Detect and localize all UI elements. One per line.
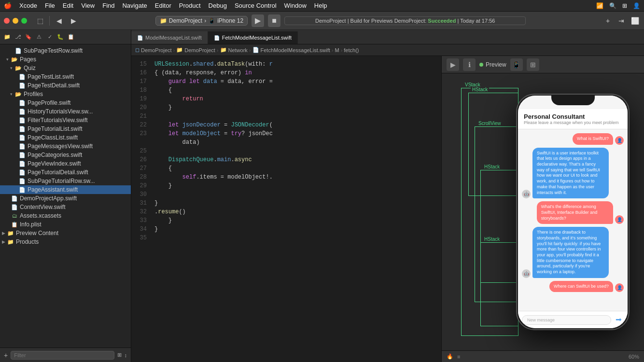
tree-item-pagecategories[interactable]: 📄 PageCategories.swift	[0, 151, 131, 159]
swift-file-icon: 📄	[14, 47, 22, 55]
swift-file-icon: 📄	[18, 134, 26, 141]
tree-item-contentview[interactable]: 📄 ContentView.swift	[0, 203, 131, 211]
filter-options-icon[interactable]: ⊞	[117, 352, 122, 358]
breadcrumb-folder-icon: 📁	[176, 47, 183, 53]
menu-source-control[interactable]: Source Control	[235, 2, 277, 9]
menu-file[interactable]: File	[45, 2, 55, 9]
tree-item-historytutorials[interactable]: 📄 HistoryTutorialsView.sw...	[0, 107, 131, 116]
sidebar-toggle-btn[interactable]: ⬚	[35, 15, 45, 26]
plus-icon[interactable]: +	[4, 351, 8, 359]
toolbar-center: 📁 DemoProject › 📱 iPhone 12 ▶ ■ DemoProj…	[83, 14, 599, 27]
control-center-icon[interactable]: ⊞	[622, 2, 627, 9]
message-input[interactable]: New message	[522, 315, 611, 325]
tree-item-subpagetutorialrow[interactable]: 📄 SubPageTutorialRow.sw...	[0, 177, 131, 185]
tree-item-pageassistant[interactable]: 📄 PageAssistant.swift	[0, 185, 131, 194]
tree-item-infoplist[interactable]: 📋 Info.plist	[0, 220, 131, 229]
tree-item-pagetutorialdetail[interactable]: 📄 PageTutorialDetail.swift	[0, 168, 131, 177]
tree-item-pagetestlist[interactable]: 📄 PageTestList.swift	[0, 72, 131, 81]
maximize-button[interactable]	[21, 18, 27, 24]
tree-item-pages[interactable]: ▾ 📂 Pages	[0, 55, 131, 64]
sort-icon[interactable]: ↕	[125, 352, 127, 358]
user-avatar[interactable]: 👤	[633, 2, 640, 9]
editor-pane: 15 16 17 18 19 20 21 22 23 25 26 27 28 2…	[131, 56, 644, 362]
breadcrumb-item-demoproject[interactable]: DemoProject	[184, 47, 215, 53]
stop-button[interactable]: ■	[268, 14, 280, 27]
add-btn[interactable]: +	[602, 15, 613, 26]
tree-item-pageclasslist[interactable]: 📄 PageClassList.swift	[0, 133, 131, 142]
folder-icon-btn[interactable]: 📁	[3, 33, 12, 42]
vcs-icon-btn[interactable]: ⎇	[14, 33, 22, 42]
menu-view[interactable]: View	[81, 2, 95, 9]
inspect-btn[interactable]: ⊞	[527, 58, 539, 71]
play-preview-btn[interactable]: ▶	[447, 58, 459, 71]
device-preview-btn[interactable]: 📱	[510, 58, 523, 71]
tree-item-quiz[interactable]: ▾ 📂 Quiz	[0, 64, 131, 72]
menu-edit[interactable]: Edit	[63, 2, 73, 9]
back-btn[interactable]: ◀	[54, 15, 64, 26]
tab-modelmessagelist[interactable]: 📄 ModelMessageList.swift	[131, 31, 208, 44]
tab-fetchmodelmessagelist[interactable]: 📄 FetchModelMessageList.swift	[208, 31, 298, 44]
message-row: 👤 Where can SwiftUI be used?	[522, 281, 624, 292]
phone-mockup: Personal Consultant Please leave a messa…	[516, 94, 630, 330]
menu-help[interactable]: Help	[314, 2, 327, 9]
minimize-button[interactable]	[13, 18, 18, 24]
breadcrumb-item-network[interactable]: Network	[228, 47, 248, 53]
menu-editor[interactable]: Editor	[155, 2, 171, 9]
message-row: 👤 What is SwiftUI?	[522, 133, 624, 145]
wifi-icon[interactable]: 📶	[596, 2, 603, 9]
tree-item-pageprofile[interactable]: 📄 PageProfile.swift	[0, 98, 131, 107]
hstack3-annotation-box: HStack	[480, 242, 518, 326]
tree-item-pagemessages[interactable]: 📄 PageMessagesView.swift	[0, 142, 131, 151]
menu-find[interactable]: Find	[102, 2, 114, 9]
separator	[49, 16, 50, 26]
send-button[interactable]: ⮕	[614, 315, 624, 325]
tab-bar: 📄 ModelMessageList.swift 📄 FetchModelMes…	[131, 30, 644, 44]
apple-menu[interactable]: 🍎	[4, 2, 12, 9]
run-button[interactable]: ▶	[252, 14, 264, 27]
tree-item-demoprojectapp[interactable]: 📄 DemoProjectApp.swift	[0, 194, 131, 203]
bot-avatar: 🤖	[522, 190, 531, 198]
split-right-btn[interactable]: ⇥	[616, 15, 627, 26]
menu-debug[interactable]: Debug	[209, 2, 227, 9]
breadcrumb-item-M[interactable]: M	[335, 47, 339, 53]
tree-label: PageClassList.swift	[28, 134, 78, 141]
breadcrumb-item-fetch[interactable]: fetch()	[344, 47, 359, 53]
breadcrumb-item-file[interactable]: FetchModelMessageList.swift	[261, 47, 330, 53]
message-bubble: There is one drawback to storyboards, an…	[532, 227, 609, 278]
tree-item-assets[interactable]: 🗂 Assets.xcassets	[0, 211, 131, 220]
panel-layout-btn[interactable]: ⬜	[630, 15, 640, 26]
status-list-icon[interactable]: ≡	[457, 354, 460, 360]
tree-item-pageviewindex[interactable]: 📄 PageViewIndex.swift	[0, 159, 131, 168]
forward-btn[interactable]: ▶	[68, 15, 79, 26]
menu-navigate[interactable]: Navigate	[122, 2, 147, 9]
code-editor[interactable]: 15 16 17 18 19 20 21 22 23 25 26 27 28 2…	[131, 56, 441, 362]
menu-product[interactable]: Product	[179, 2, 201, 9]
tree-item-products[interactable]: ▶ 📁 Products	[0, 237, 131, 246]
tree-item-filtertutorials[interactable]: 📄 FilterTutorialsView.swift	[0, 116, 131, 125]
menu-xcode[interactable]: Xcode	[19, 2, 37, 9]
test-icon-btn[interactable]: ✓	[45, 33, 54, 42]
tree-item-preview-content[interactable]: ▶ 📁 Preview Content	[0, 229, 131, 237]
tree-item-profiles[interactable]: ▾ 📂 Profiles	[0, 90, 131, 98]
bookmark-icon-btn[interactable]: 🔖	[24, 33, 33, 42]
report-icon-btn[interactable]: 📋	[67, 33, 75, 42]
message-bubble: Where can SwiftUI be used?	[549, 281, 613, 292]
status-flame-icon[interactable]: 🔥	[447, 353, 453, 360]
tree-expand-arrow: ▾	[8, 91, 14, 97]
close-button[interactable]	[4, 18, 10, 24]
scheme-picker[interactable]: 📁 DemoProject › 📱 iPhone 12	[155, 16, 248, 26]
info-btn[interactable]: ℹ	[463, 58, 476, 71]
tree-item-pagetutoriallist[interactable]: 📄 PageTutorialList.swift	[0, 125, 131, 133]
code-content[interactable]: URLSession.shared.dataTask(with: r { (da…	[151, 56, 441, 362]
tree-item-subpagetestrow[interactable]: 📄 SubPageTestRow.swift	[0, 46, 131, 55]
tree-item-pagetestdetail[interactable]: 📄 PageTestDetail.swift	[0, 81, 131, 90]
swift-file-icon: 📄	[18, 82, 26, 89]
debug-icon-btn[interactable]: 🐛	[56, 33, 65, 42]
menu-window[interactable]: Window	[284, 2, 307, 9]
breadcrumb-item-project[interactable]: DemoProject	[141, 47, 172, 53]
scheme-label: DemoProject	[169, 17, 202, 24]
tree-expand-arrow	[12, 186, 18, 193]
search-icon[interactable]: 🔍	[609, 2, 616, 9]
filter-input[interactable]	[11, 351, 114, 360]
warning-icon-btn[interactable]: ⚠	[35, 33, 43, 42]
